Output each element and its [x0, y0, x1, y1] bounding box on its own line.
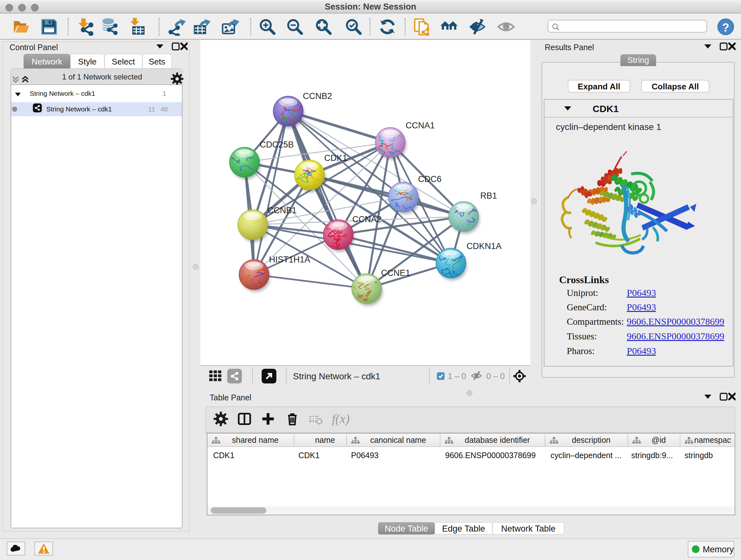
svg-text:HIST1H1A: HIST1H1A — [269, 255, 310, 264]
svg-text:CDC6: CDC6 — [418, 174, 442, 184]
svg-text:CDC25B: CDC25B — [260, 140, 294, 149]
svg-text:RB1: RB1 — [480, 191, 497, 200]
svg-text:CDKN1A: CDKN1A — [467, 241, 502, 251]
svg-text:CCNA2: CCNA2 — [352, 214, 382, 224]
svg-text:CCNB2: CCNB2 — [303, 91, 332, 101]
svg-text:CCNA1: CCNA1 — [406, 121, 435, 130]
svg-text:CCNE1: CCNE1 — [381, 268, 410, 278]
svg-text:CCNB1: CCNB1 — [267, 206, 297, 215]
svg-text:CDK1: CDK1 — [324, 153, 347, 163]
